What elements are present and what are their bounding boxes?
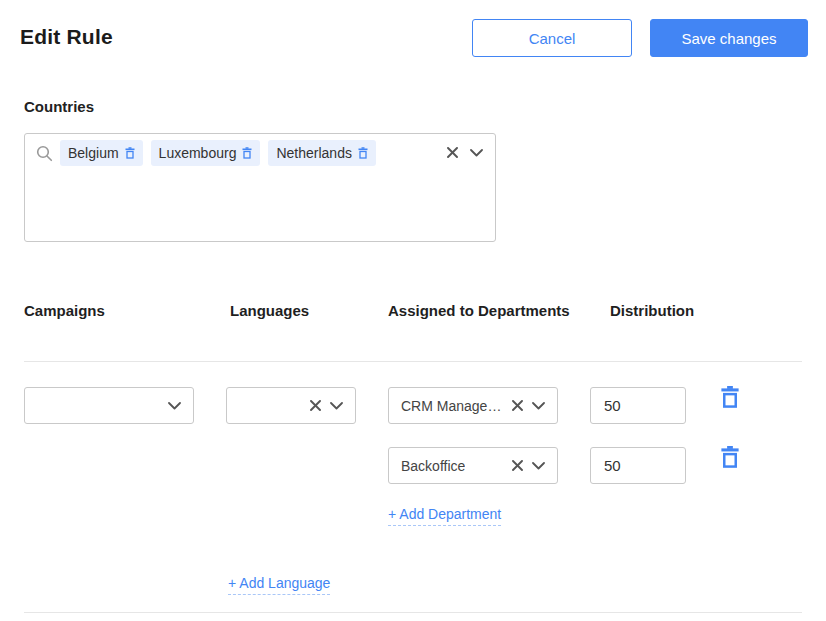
- remove-country-trash-icon[interactable]: [358, 147, 368, 159]
- campaign-select[interactable]: [24, 387, 194, 424]
- department-select[interactable]: CRM Managem...: [388, 387, 558, 424]
- clear-language-icon[interactable]: [310, 400, 321, 411]
- languages-header: Languages: [230, 302, 309, 319]
- chevron-down-icon[interactable]: [532, 402, 545, 410]
- distribution-input[interactable]: [590, 447, 686, 484]
- chevron-down-icon[interactable]: [330, 402, 343, 410]
- bottom-divider: [24, 612, 802, 613]
- save-changes-button[interactable]: Save changes: [650, 19, 808, 57]
- chevron-down-icon[interactable]: [168, 402, 181, 410]
- chevron-down-icon[interactable]: [470, 149, 483, 157]
- remove-country-trash-icon[interactable]: [125, 147, 135, 159]
- distribution-header: Distribution: [610, 302, 694, 319]
- department-select[interactable]: Backoffice: [388, 447, 558, 484]
- cancel-button[interactable]: Cancel: [472, 19, 632, 57]
- countries-label: Countries: [24, 98, 94, 115]
- delete-row-trash-icon[interactable]: [720, 446, 740, 468]
- clear-countries-icon[interactable]: [447, 147, 458, 158]
- header-divider: [24, 361, 802, 362]
- language-select[interactable]: [226, 387, 356, 424]
- edit-rule-page: Edit Rule Cancel Save changes Countries …: [0, 0, 826, 621]
- clear-department-icon[interactable]: [512, 400, 523, 411]
- remove-country-trash-icon[interactable]: [242, 147, 252, 159]
- country-tag: Netherlands: [268, 140, 376, 166]
- delete-row-trash-icon[interactable]: [720, 386, 740, 408]
- campaigns-header: Campaigns: [24, 302, 105, 319]
- countries-controls: [447, 147, 483, 158]
- country-tag: Luxembourg: [151, 140, 261, 166]
- countries-multiselect[interactable]: Belgium Luxembourg: [24, 133, 496, 242]
- distribution-input[interactable]: [590, 387, 686, 424]
- country-tag-label: Belgium: [68, 145, 119, 161]
- country-tag: Belgium: [60, 140, 143, 166]
- page-title: Edit Rule: [20, 25, 113, 49]
- assigned-departments-header: Assigned to Departments: [388, 302, 570, 319]
- add-department-link[interactable]: + Add Department: [388, 506, 501, 526]
- clear-department-icon[interactable]: [512, 460, 523, 471]
- search-icon: [36, 145, 53, 162]
- add-language-link[interactable]: + Add Language: [228, 575, 330, 595]
- country-tag-list: Belgium Luxembourg: [60, 140, 376, 166]
- country-tag-label: Luxembourg: [159, 145, 237, 161]
- department-select-value: Backoffice: [401, 458, 465, 474]
- chevron-down-icon[interactable]: [532, 462, 545, 470]
- country-tag-label: Netherlands: [276, 145, 352, 161]
- department-select-value: CRM Managem...: [401, 398, 504, 414]
